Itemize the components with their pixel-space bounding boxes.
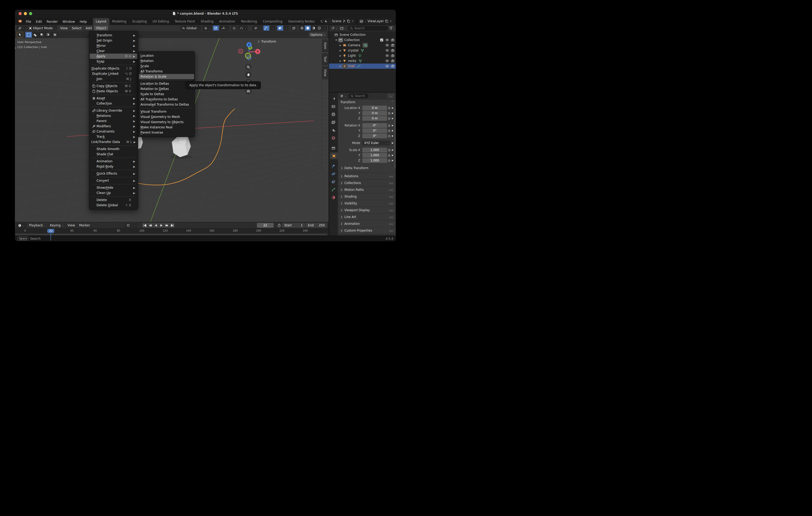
menu-item-shade-flat[interactable]: Shade Flat▶ [89,152,138,157]
active-tool-button[interactable] [17,32,23,38]
outliner-item-name[interactable]: crystal [348,49,358,52]
viewport-menu-view[interactable]: View [58,26,69,31]
disable-in-renders-toggle[interactable] [391,64,395,68]
menubar-item-render[interactable]: Render [44,19,60,25]
menu-item-quick-effects[interactable]: Quick Effects▶ [89,171,138,176]
menu-item-join[interactable]: Join⌘ J▶ [89,76,138,82]
menu-item-clear[interactable]: Clear▶ [89,48,138,54]
menubar-item-file[interactable]: File [24,19,33,25]
current-frame-field[interactable]: 22 [257,223,273,228]
outliner-row-trail[interactable]: ▶trail [329,63,396,69]
properties-tab-modifiers[interactable] [329,162,338,170]
menu-item-paste-objects[interactable]: Paste Objects⌘ V▶ [89,89,138,94]
chevron-right-icon[interactable]: ▶ [339,44,342,47]
navigation-gizmo[interactable]: Y Z X [237,41,261,64]
menu-item-track[interactable]: Track▶ [89,134,138,139]
chevron-right-icon[interactable]: ▶ [339,65,342,67]
outliner-item-name[interactable]: trail [348,64,355,68]
menu-item-parent-inverse[interactable]: Parent Inverse [138,130,195,135]
lock-open-icon[interactable] [387,107,392,110]
menu-item-set-origin[interactable]: Set Origin▶ [89,38,138,43]
animate-property-dot[interactable]: ● [392,142,393,144]
disable-in-renders-toggle[interactable] [391,43,395,47]
outliner-item-name[interactable]: Camera [348,43,360,47]
outliner-row-crystal[interactable]: ▶crystal [329,48,396,53]
lock-open-icon[interactable] [387,124,392,127]
transform-orientation-selector[interactable]: Global⌄ [180,26,201,31]
animate-property-dot[interactable]: ● [392,154,393,156]
outliner-row-light[interactable]: ▶Light [329,53,396,58]
next-keyframe-button[interactable] [164,223,169,228]
menu-item-rotation-scale[interactable]: Rotation & Scale [139,74,194,79]
new-scene-icon[interactable] [347,20,350,23]
timeline-menu-playback[interactable]: Playback⌄ [27,223,48,228]
menu-item-rotation[interactable]: Rotation [138,58,195,63]
auto-keying-toggle[interactable] [125,223,132,228]
shading-solid-button[interactable] [305,26,311,31]
menu-item-scale[interactable]: Scale [138,63,195,69]
auto-keying-settings-button[interactable]: ⌄ [133,223,137,228]
menu-item-link-transfer-data[interactable]: Link/Transfer Data⌘ L▶ [89,139,138,145]
frame-end-field[interactable]: End250 [306,223,327,228]
animate-property-dot[interactable]: ● [392,159,393,161]
panel-visibility[interactable]: ❯Visibility [338,200,395,207]
timeline-menu-marker[interactable]: Marker [77,223,92,228]
outliner-row-scene-collection[interactable]: Scene Collection [329,32,396,37]
menu-item-delete-global[interactable]: Delete Global⇧ X▶ [89,203,138,208]
animate-property-dot[interactable]: ● [392,112,393,114]
tab-texture-paint[interactable]: Texture Paint [172,18,198,25]
value-field[interactable]: 0 m [362,116,387,121]
hide-in-viewport-toggle[interactable] [385,54,389,58]
blender-logo-icon[interactable] [18,20,22,23]
lock-open-icon[interactable] [387,159,392,162]
menu-item-delete[interactable]: DeleteX▶ [89,198,138,203]
menu-item-all-transforms[interactable]: All Transforms [138,69,195,74]
tab-rendering[interactable]: Rendering [238,18,260,25]
tab-layout[interactable]: Layout [93,18,109,25]
timeline-ruler[interactable]: 02040608010012014016018020022024022 [15,229,328,234]
viewport-menu-select[interactable]: Select [69,26,83,31]
tab-compositing[interactable]: Compositing [260,18,285,25]
value-field[interactable]: 0° [362,133,387,138]
timeline-editor-type-button[interactable]: ⌄ [17,223,26,228]
play-reverse-button[interactable] [153,223,158,228]
snap-settings-button[interactable]: ⌄ [220,26,229,31]
menu-item-library-override[interactable]: Library Override▶ [89,108,138,113]
proportional-falloff-button[interactable]: ⌄ [238,26,248,31]
menu-item-visual-transform[interactable]: Visual Transform [138,109,195,114]
use-preview-range-toggle[interactable] [277,223,281,227]
proportional-editing-toggle[interactable] [231,26,237,31]
current-frame-indicator[interactable]: 22 [47,229,54,233]
pin-icon[interactable] [343,20,346,23]
npanel-tab-view[interactable]: View [322,66,328,79]
pan-view-button[interactable] [245,71,252,78]
menubar-item-edit[interactable]: Edit [33,19,44,25]
zoom-view-button[interactable] [245,64,252,70]
menu-item-snap[interactable]: Snap▶ [89,59,138,64]
timeline-scrollbar[interactable] [15,234,328,236]
tab-geometry-nodes[interactable]: Geometry Nodes [285,18,318,25]
properties-tab-scene[interactable] [329,126,338,133]
properties-tab-constraints[interactable] [329,178,338,185]
pivot-point-selector[interactable]: ⌄ [202,26,212,31]
lock-open-icon[interactable] [387,134,392,138]
select-intersect-button[interactable] [52,32,58,38]
outliner-search-input[interactable]: Search [348,26,388,31]
remove-viewlayer-icon[interactable]: ✕ [389,19,392,23]
menu-item-relations[interactable]: Relations▶ [89,113,138,118]
lock-open-icon[interactable] [387,154,392,157]
menu-item-all-transforms-to-deltas[interactable]: All Transforms to Deltas [138,97,195,102]
transform-panel-title[interactable]: Transform [340,100,355,103]
editor-type-button[interactable]: ⌄ [17,26,26,31]
hide-in-viewport-toggle[interactable] [385,49,389,52]
menu-item-constraints[interactable]: Constraints▶ [89,129,138,134]
snap-toggle[interactable] [213,26,219,31]
outliner-item-name[interactable]: Scene Collection [340,33,366,37]
viewport-menu-object[interactable]: Object [94,26,108,31]
select-subtract-button[interactable] [38,32,45,38]
menu-item-apply[interactable]: Apply⌘ A▶ [90,54,137,59]
menu-item-asset[interactable]: Asset▶ [89,96,138,101]
menu-item-clean-up[interactable]: Clean Up▶ [89,190,138,195]
menu-item-collection[interactable]: Collection▶ [89,101,138,106]
panel-collections[interactable]: ❯Collections [338,180,395,186]
